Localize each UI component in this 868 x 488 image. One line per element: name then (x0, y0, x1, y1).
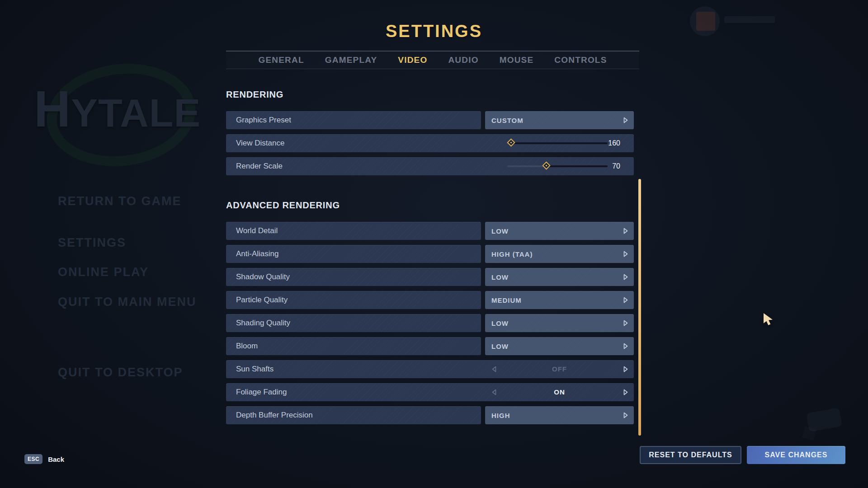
setting-row-view-distance: View Distance160 (226, 134, 634, 152)
setting-value-shadow-quality[interactable]: LOW (485, 268, 634, 286)
slider-value: 70 (612, 157, 620, 175)
setting-row-bloom: BloomLOW (226, 337, 634, 355)
toggle-value: OFF (485, 360, 634, 378)
setting-label: Foliage Fading (226, 388, 287, 397)
back-label: Back (48, 455, 64, 463)
tab-general[interactable]: GENERAL (258, 55, 304, 65)
toggle-area-foliage-fading: ON (485, 383, 634, 401)
chevron-right-icon[interactable] (623, 389, 628, 395)
tab-mouse[interactable]: MOUSE (500, 55, 534, 65)
setting-label: Shadow Quality (226, 268, 481, 286)
toggle-value: ON (485, 383, 634, 401)
section-heading: ADVANCED RENDERING (226, 200, 634, 211)
chevron-right-icon[interactable] (623, 274, 628, 280)
chevron-right-icon[interactable] (623, 343, 628, 349)
chevron-right-icon[interactable] (623, 412, 628, 418)
setting-label: Bloom (226, 337, 481, 355)
slider-value: 160 (608, 134, 620, 152)
setting-row-particle-quality: Particle QualityMEDIUM (226, 291, 634, 309)
setting-value-text: HIGH (491, 412, 510, 419)
toggle-area-sun-shafts: OFF (485, 360, 634, 378)
setting-row-shadow-quality: Shadow QualityLOW (226, 268, 634, 286)
section-heading: RENDERING (226, 89, 634, 100)
bg-menu-item-online-play: ONLINE PLAY (58, 265, 149, 279)
setting-value-bloom[interactable]: LOW (485, 337, 634, 355)
chevron-right-icon[interactable] (623, 251, 628, 257)
setting-value-text: HIGH (TAA) (491, 250, 533, 258)
scrollbar[interactable] (638, 179, 641, 436)
tab-audio[interactable]: AUDIO (448, 55, 478, 65)
chevron-right-icon[interactable] (623, 117, 628, 123)
bg-menu-item-settings: SETTINGS (58, 236, 126, 250)
setting-value-depth-buffer-precision[interactable]: HIGH (485, 406, 634, 424)
setting-value-anti-aliasing[interactable]: HIGH (TAA) (485, 245, 634, 263)
setting-label: Sun Shafts (226, 365, 274, 374)
reset-to-defaults-button[interactable]: RESET TO DEFAULTS (640, 446, 741, 464)
page-title: SETTINGS (0, 22, 868, 41)
chevron-right-icon[interactable] (623, 320, 628, 326)
setting-row-graphics-preset: Graphics PresetCUSTOM (226, 111, 634, 129)
setting-value-text: LOW (491, 343, 509, 350)
slider-track-view-distance[interactable] (507, 142, 608, 144)
esc-back-hint: ESC Back (24, 454, 64, 464)
settings-panel: RENDERINGGraphics PresetCUSTOMView Dista… (226, 89, 634, 429)
setting-value-text: LOW (491, 273, 509, 281)
logo-text: HYTALE (34, 80, 201, 138)
tab-video[interactable]: VIDEO (398, 55, 427, 65)
bg-menu-item-return-to-game: RETURN TO GAME (58, 194, 182, 208)
setting-label: Particle Quality (226, 291, 481, 309)
setting-label: Depth Buffer Precision (226, 406, 481, 424)
setting-label: Anti-Aliasing (226, 245, 481, 263)
chevron-right-icon[interactable] (623, 297, 628, 303)
setting-row-sun-shafts: Sun ShaftsOFF (226, 360, 634, 378)
settings-tabbar: GENERALGAMEPLAYVIDEOAUDIOMOUSECONTROLS (226, 51, 639, 69)
setting-value-text: LOW (491, 319, 509, 327)
setting-value-text: LOW (491, 227, 509, 235)
settings-screen: HYTALE RETURN TO GAMESETTINGSONLINE PLAY… (0, 0, 868, 488)
setting-row-anti-aliasing: Anti-AliasingHIGH (TAA) (226, 245, 634, 263)
setting-row-world-detail: World DetailLOW (226, 222, 634, 240)
corner-logo-icon (806, 408, 842, 432)
setting-label: Render Scale (226, 162, 283, 171)
setting-row-shading-quality: Shading QualityLOW (226, 314, 634, 332)
setting-value-particle-quality[interactable]: MEDIUM (485, 291, 634, 309)
setting-value-text: MEDIUM (491, 296, 522, 304)
setting-value-world-detail[interactable]: LOW (485, 222, 634, 240)
setting-label: Shading Quality (226, 314, 481, 332)
section-rendering: RENDERINGGraphics PresetCUSTOMView Dista… (226, 89, 634, 175)
tab-gameplay[interactable]: GAMEPLAY (325, 55, 377, 65)
slider-handle-view-distance[interactable] (507, 138, 515, 146)
setting-row-render-scale: Render Scale70 (226, 157, 634, 175)
setting-label: Graphics Preset (226, 111, 481, 129)
setting-label: View Distance (226, 139, 284, 148)
tab-controls[interactable]: CONTROLS (554, 55, 607, 65)
setting-row-depth-buffer-precision: Depth Buffer PrecisionHIGH (226, 406, 634, 424)
slider-track-render-scale[interactable] (507, 165, 608, 167)
setting-value-shading-quality[interactable]: LOW (485, 314, 634, 332)
chevron-right-icon[interactable] (623, 228, 628, 234)
setting-value-text: CUSTOM (491, 117, 524, 124)
setting-row-foliage-fading: Foliage FadingON (226, 383, 634, 401)
setting-value-graphics-preset[interactable]: CUSTOM (485, 111, 634, 129)
bg-menu-item-quit-to-desktop: QUIT TO DESKTOP (58, 366, 183, 380)
slider-handle-render-scale[interactable] (542, 161, 550, 169)
section-advanced-rendering: ADVANCED RENDERINGWorld DetailLOWAnti-Al… (226, 200, 634, 424)
esc-key-badge[interactable]: ESC (24, 454, 42, 464)
hytale-logo: HYTALE (34, 67, 215, 173)
bg-menu-item-quit-to-main-menu: QUIT TO MAIN MENU (58, 295, 197, 309)
save-changes-button[interactable]: SAVE CHANGES (747, 446, 845, 464)
setting-label: World Detail (226, 222, 481, 240)
slider-fill (507, 165, 546, 167)
chevron-right-icon[interactable] (623, 366, 628, 372)
